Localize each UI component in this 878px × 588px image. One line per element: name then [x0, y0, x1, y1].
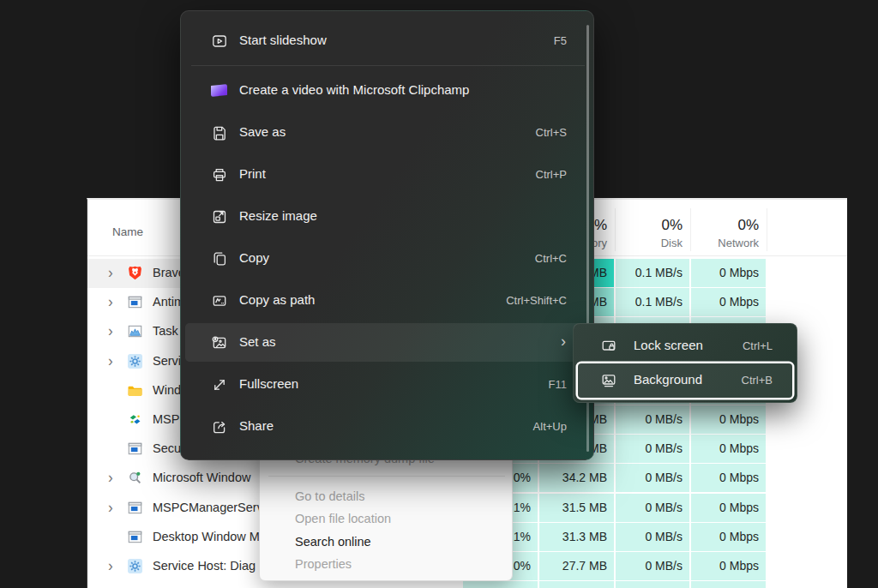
column-header-network[interactable]: 0% Network — [691, 200, 766, 255]
menu-item-set-as[interactable]: Set as › — [185, 323, 588, 362]
app-window-icon — [128, 295, 142, 309]
set-as-image-icon — [211, 334, 228, 351]
background-image-icon — [600, 372, 617, 389]
task-manager-icon — [128, 324, 142, 339]
menu-item-fullscreen[interactable]: Fullscreen F11 — [181, 363, 593, 405]
share-icon — [211, 418, 228, 435]
expand-chevron-icon[interactable]: › — [108, 351, 113, 370]
photos-context-menu: Start slideshow F5 Create a video with M… — [180, 10, 594, 460]
expand-chevron-icon[interactable]: › — [108, 263, 113, 282]
expand-chevron-icon[interactable]: › — [108, 321, 113, 340]
submenu-item-lock-screen[interactable]: Lock screen Ctrl+L — [578, 329, 792, 363]
copy-icon — [211, 250, 228, 267]
save-icon — [211, 124, 228, 141]
fullscreen-icon — [211, 376, 228, 393]
menu-item-go-to-details: Go to details — [260, 485, 512, 507]
table-row-partial[interactable] — [87, 581, 847, 588]
menu-item-start-slideshow[interactable]: Start slideshow F5 — [181, 20, 593, 62]
menu-item-copy[interactable]: Copy Ctrl+C — [181, 237, 593, 279]
app-window-icon — [128, 441, 142, 456]
menu-item-save-as[interactable]: Save as Ctrl+S — [181, 111, 593, 153]
menu-item-print[interactable]: Print Ctrl+P — [181, 153, 593, 195]
folder-icon — [128, 383, 142, 398]
app-window-icon — [128, 501, 142, 515]
set-as-submenu: Lock screen Ctrl+L Background Ctrl+B — [573, 323, 797, 403]
resize-image-icon — [211, 208, 228, 225]
printer-icon — [211, 166, 228, 183]
brave-icon — [128, 266, 142, 280]
app-window-icon — [128, 530, 142, 544]
taskmanager-context-menu: Create memory dump file Go to details Op… — [259, 441, 513, 581]
menu-separator — [191, 65, 585, 66]
menu-item-resize-image[interactable]: Resize image — [181, 195, 593, 237]
clipchamp-icon — [211, 82, 228, 99]
screen: Name % ory 0% Disk 0% Network › Brave MB… — [0, 0, 878, 588]
expand-chevron-icon[interactable]: › — [108, 556, 113, 575]
menu-item-open-file-location: Open file location — [260, 507, 512, 530]
column-divider — [767, 208, 767, 251]
menu-item-properties: Properties — [260, 553, 512, 575]
submenu-item-background[interactable]: Background Ctrl+B — [578, 363, 792, 398]
menu-item-send-feedback[interactable]: Send feedback — [181, 447, 593, 460]
column-header-name[interactable]: Name — [112, 225, 143, 238]
expand-chevron-icon[interactable]: › — [108, 498, 113, 517]
menu-separator — [268, 476, 505, 477]
gear-icon — [128, 559, 142, 573]
submenu-chevron-icon: › — [561, 333, 566, 351]
column-divider — [615, 208, 616, 251]
pc-manager-icon — [128, 412, 142, 427]
column-header-disk[interactable]: 0% Disk — [616, 200, 689, 255]
lock-screen-icon — [600, 338, 617, 355]
column-divider — [690, 208, 691, 251]
menu-item-search-online[interactable]: Search online — [260, 531, 512, 553]
gear-icon — [128, 354, 142, 369]
copy-as-path-icon — [211, 292, 228, 309]
menu-item-share[interactable]: Share Alt+Up — [181, 405, 593, 447]
slideshow-play-icon — [211, 33, 228, 50]
menu-item-copy-as-path[interactable]: Copy as path Ctrl+Shift+C — [181, 279, 593, 321]
expand-chevron-icon[interactable]: › — [108, 292, 113, 311]
menu-item-clipchamp[interactable]: Create a video with Microsoft Clipchamp — [181, 69, 593, 111]
search-process-icon — [128, 471, 142, 485]
expand-chevron-icon[interactable]: › — [108, 468, 113, 487]
